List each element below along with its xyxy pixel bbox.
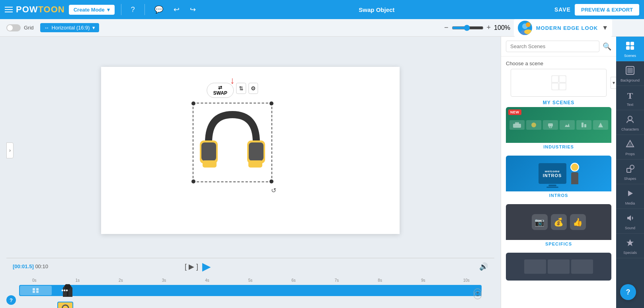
svg-rect-24	[548, 123, 553, 127]
nav-item-sound[interactable]: Sound	[616, 209, 644, 234]
grid-toggle[interactable]: Grid	[6, 24, 34, 31]
orientation-button[interactable]: ↔ Horizontal (16:9) ▾	[40, 23, 99, 32]
svg-rect-37	[627, 168, 631, 172]
more-image	[506, 253, 611, 281]
redo-button[interactable]: ↪	[187, 4, 199, 16]
svg-rect-9	[248, 160, 262, 168]
canvas-wrap: › ↓ ⇄ SWAP ⇅ ⚙	[6, 43, 494, 258]
zoom-plus-button[interactable]: +	[487, 23, 491, 32]
timeline-controls: [00:01.5] 00:10 [ ▶ ] ▶ 🔊	[6, 258, 494, 275]
separator-2	[144, 4, 145, 15]
create-mode-button[interactable]: Create Mode ▾	[69, 5, 115, 15]
shapes-label: Shapes	[624, 177, 636, 181]
props-label: Props	[625, 152, 635, 156]
grid-toggle-switch[interactable]	[6, 24, 21, 31]
text-label: Text	[627, 103, 634, 107]
search-input[interactable]	[506, 41, 599, 52]
document-title: Swap Object	[203, 6, 550, 13]
props-icon	[626, 140, 634, 150]
rotate-handle[interactable]: ↺	[271, 187, 276, 194]
industries-label: INDUSTRIES	[506, 143, 611, 151]
nav-item-shapes[interactable]: Shapes	[616, 160, 644, 184]
tick-9s: 9s	[402, 278, 445, 283]
svg-rect-12	[33, 291, 35, 293]
svg-rect-25	[582, 123, 584, 127]
undo-button[interactable]: ↩	[170, 4, 183, 16]
scene-card-specifics[interactable]: 📷 💰 👍 SPECIFICS ▾	[506, 204, 611, 248]
scene-placeholder[interactable]	[511, 69, 607, 97]
flip-button[interactable]: ⇅	[236, 83, 246, 94]
bracket-play-button[interactable]: [ ▶ ]	[185, 262, 198, 271]
scene-card-intros[interactable]: welcome INTROS INTROS ▾	[506, 156, 611, 199]
save-button[interactable]: SAVE	[554, 6, 571, 13]
zoom-minus-button[interactable]: −	[444, 23, 449, 32]
scene-card-industries[interactable]: NEW INDUSTRIES ▾	[506, 107, 611, 151]
scene-placeholder-icon	[551, 75, 567, 91]
characters-icon	[626, 115, 634, 126]
scene-dropdown-arrow[interactable]: ▾	[611, 77, 616, 89]
swap-button[interactable]: ⇄ SWAP	[207, 83, 234, 98]
orientation-label: Horizontal (16:9)	[52, 25, 90, 31]
track-thumb[interactable]	[20, 286, 52, 295]
shapes-icon	[626, 164, 634, 175]
preview-export-button[interactable]: PREVIEW & EXPORT	[575, 4, 639, 16]
choose-scene-label: Choose a scene	[501, 57, 616, 69]
timeline-minus-button[interactable]: −	[474, 291, 482, 299]
tick-0s: 0s	[13, 278, 56, 283]
theme-selector[interactable]: MODERN EDGE LOOK ▼	[514, 19, 612, 37]
svg-point-34	[628, 116, 632, 120]
expand-panel-left[interactable]: ›	[6, 142, 14, 158]
scene-selector-wrap: ▾	[506, 69, 611, 97]
theme-dropdown-arrow[interactable]: ▼	[602, 24, 608, 31]
canvas-object[interactable]: ↓ ⇄ SWAP ⇅ ⚙ ↺	[193, 103, 272, 182]
secondbar: Grid ↔ Horizontal (16:9) ▾ − + 100% MODE…	[0, 19, 644, 37]
zoom-slider[interactable]	[452, 25, 484, 31]
help-button[interactable]: ?	[128, 4, 138, 16]
tick-1s: 1s	[56, 278, 100, 283]
tick-2s: 2s	[99, 278, 142, 283]
help-button-bottom[interactable]: ?	[6, 295, 16, 305]
theme-name: MODERN EDGE LOOK	[536, 25, 598, 31]
svg-rect-8	[203, 160, 217, 168]
sound-icon	[626, 214, 634, 224]
logo: POWTOON	[16, 4, 65, 15]
hamburger-menu[interactable]	[5, 7, 13, 12]
search-button[interactable]: 🔍	[603, 42, 611, 51]
current-time: [00:01.5]	[13, 263, 34, 269]
scenes-icon	[626, 41, 634, 52]
timeline-track[interactable]: •••	[19, 285, 482, 296]
comments-button[interactable]: 💬	[151, 4, 166, 16]
specifics-image: 📷 💰 👍	[506, 204, 611, 240]
topbar: POWTOON Create Mode ▾ ? 💬 ↩ ↪ Swap Objec…	[0, 0, 644, 19]
settings-button[interactable]: ⚙	[248, 83, 258, 94]
zoom-control: − + 100%	[444, 23, 510, 32]
main-canvas[interactable]: ↓ ⇄ SWAP ⇅ ⚙ ↺	[101, 67, 400, 234]
right-panel: 🔍 Choose a scene ▾ MY SCENES	[501, 37, 644, 308]
play-button[interactable]: ▶	[202, 260, 211, 273]
nav-item-characters[interactable]: Characters	[616, 110, 644, 135]
nav-item-specials[interactable]: Specials	[616, 234, 644, 258]
industries-image	[506, 107, 611, 143]
nav-item-text[interactable]: T Text	[616, 86, 644, 110]
volume-icon[interactable]: 🔊	[479, 262, 488, 271]
nav-item-media[interactable]: Media	[616, 184, 644, 209]
create-mode-label: Create Mode	[74, 7, 105, 13]
tick-5s: 5s	[229, 278, 272, 283]
svg-rect-5	[201, 142, 216, 161]
headphones-graphic	[193, 103, 272, 182]
timeline-area: [00:01.5] 00:10 [ ▶ ] ▶ 🔊 0s 1s 2s 3s 4s…	[6, 258, 494, 302]
nav-item-props[interactable]: Props	[616, 135, 644, 160]
track-dots: •••	[61, 287, 68, 294]
svg-point-3	[524, 29, 532, 34]
svg-rect-7	[249, 142, 263, 161]
svg-rect-29	[630, 42, 634, 45]
tick-3s: 3s	[142, 278, 186, 283]
specials-label: Specials	[623, 251, 637, 255]
nav-item-scenes[interactable]: Scenes	[616, 37, 644, 61]
canvas-area: › ↓ ⇄ SWAP ⇅ ⚙	[0, 37, 501, 308]
nav-item-background[interactable]: Background	[616, 61, 644, 86]
scenes-label: Scenes	[624, 54, 636, 58]
scene-card-more[interactable]	[506, 253, 611, 281]
tick-10s: 10s	[445, 278, 488, 283]
help-circle-button[interactable]: ?	[620, 284, 636, 300]
